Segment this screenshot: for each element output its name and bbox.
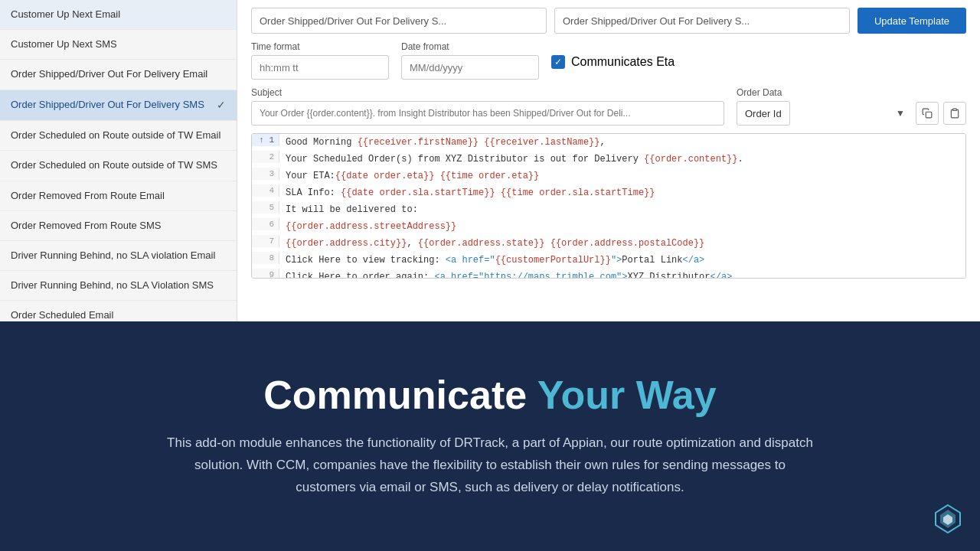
subject-input[interactable] <box>251 101 724 126</box>
subject-group: Subject <box>251 87 724 126</box>
appian-logo <box>931 502 965 539</box>
sidebar-item-label: Customer Up Next SMS <box>11 37 117 51</box>
line-content: SLA Info: {{date order.sla.startTime}} {… <box>279 184 662 201</box>
line-number: 8 <box>252 252 279 264</box>
time-format-group: Time format <box>251 41 389 80</box>
code-line: 5It will be delivered to: <box>252 201 965 218</box>
sidebar-item-label: Driver Running Behind, no SLA Violation … <box>11 279 214 292</box>
code-line: 2Your Scheduled Order(s) from XYZ Distri… <box>252 151 965 168</box>
line-content: {{order.address.city}}, {{order.address.… <box>279 235 710 252</box>
sidebar-item-label: Order Shipped/Driver Out For Delivery Em… <box>11 67 207 81</box>
promo-title-highlight: Your Way <box>537 373 717 417</box>
line-content: Click Here to order again: <a href="http… <box>279 269 738 279</box>
sidebar-item-order-shipped-driver-out-email[interactable]: Order Shipped/Driver Out For Delivery Em… <box>0 60 237 90</box>
time-date-row: Time format Date fromat ✓ Communicates E… <box>251 41 966 80</box>
sidebar-item-label: Order Scheduled on Route outside of TW E… <box>11 129 220 142</box>
promo-body: This add-on module enhances the function… <box>165 432 815 499</box>
line-content: Good Morning {{receiver.firstName}} {{re… <box>279 134 612 151</box>
communicates-eta-row: ✓ Communicates Eta <box>551 55 675 69</box>
code-line: 4SLA Info: {{date order.sla.startTime}} … <box>252 184 965 201</box>
main-content: Update Template Time format Date fromat … <box>237 0 980 321</box>
sidebar-item-label: Order Scheduled Email <box>11 308 113 321</box>
svg-rect-1 <box>953 109 957 110</box>
communicates-eta-label: Communicates Eta <box>571 55 675 69</box>
line-number: 3 <box>252 168 279 180</box>
sidebar-item-label: Order Removed From Route SMS <box>11 219 162 233</box>
time-format-label: Time format <box>251 41 389 52</box>
line-content: Click Here to view tracking: <a href="{{… <box>279 252 710 269</box>
code-editor[interactable]: ↑ 1Good Morning {{receiver.firstName}} {… <box>251 133 966 279</box>
line-number: 6 <box>252 218 279 230</box>
top-bar: Update Template <box>251 8 966 34</box>
sidebar-item-label: Order Scheduled on Route outside of TW S… <box>11 158 217 172</box>
date-format-group: Date fromat <box>401 41 539 80</box>
sidebar-item-driver-running-behind-no-sla-email[interactable]: Driver Running Behind, no SLA violation … <box>0 241 237 271</box>
sidebar-item-customer-up-next-sms[interactable]: Customer Up Next SMS <box>0 30 237 60</box>
sidebar-item-order-scheduled-email[interactable]: Order Scheduled Email <box>0 301 237 321</box>
sidebar-item-driver-running-behind-no-sla-sms[interactable]: Driver Running Behind, no SLA Violation … <box>0 271 237 301</box>
subject-label: Subject <box>251 87 724 98</box>
sidebar-item-customer-up-next-email[interactable]: Customer Up Next Email <box>0 0 237 30</box>
order-data-select-wrapper: Order Id ▼ <box>737 101 911 126</box>
line-content: {{order.address.streetAddress}} <box>279 218 462 235</box>
sidebar-item-label: Order Removed From Route Email <box>11 189 165 203</box>
svg-rect-0 <box>926 112 932 118</box>
promo-title-normal: Communicate <box>263 373 537 417</box>
promo-title: Communicate Your Way <box>263 373 716 417</box>
line-number: 5 <box>252 201 279 214</box>
time-format-input[interactable] <box>251 55 389 80</box>
sidebar-item-label: Customer Up Next Email <box>11 8 120 21</box>
sidebar-item-order-removed-from-route-sms[interactable]: Order Removed From Route SMS <box>0 211 237 241</box>
communicates-eta-checkbox[interactable]: ✓ <box>551 55 565 69</box>
line-number: 9 <box>252 269 279 279</box>
checkmark-icon: ✓ <box>217 98 226 113</box>
line-content: Your ETA:{{date order.eta}} {{time order… <box>279 168 545 184</box>
sidebar-item-order-shipped-driver-out-sms[interactable]: Order Shipped/Driver Out For Delivery SM… <box>0 90 237 122</box>
sidebar-item-label: Driver Running Behind, no SLA violation … <box>11 249 215 262</box>
line-content: Your Scheduled Order(s) from XYZ Distrib… <box>279 151 750 168</box>
sidebar-item-label: Order Shipped/Driver Out For Delivery SM… <box>11 98 204 112</box>
order-data-label: Order Data <box>737 87 966 98</box>
code-line: 3Your ETA:{{date order.eta}} {{time orde… <box>252 168 965 184</box>
sidebar-item-order-scheduled-route-outside-tw-email[interactable]: Order Scheduled on Route outside of TW E… <box>0 121 237 151</box>
code-line: 9Click Here to order again: <a href="htt… <box>252 269 965 279</box>
order-data-select[interactable]: Order Id <box>737 101 790 126</box>
subject-row: Subject Order Data Order Id ▼ <box>251 87 966 126</box>
sidebar: Customer Up Next EmailCustomer Up Next S… <box>0 0 237 321</box>
line-number: 2 <box>252 151 279 163</box>
code-line: 8Click Here to view tracking: <a href="{… <box>252 252 965 269</box>
line-number: 7 <box>252 235 279 247</box>
line-content: It will be delivered to: <box>279 201 424 218</box>
template-name-input-2[interactable] <box>554 8 850 34</box>
date-format-label: Date fromat <box>401 41 539 52</box>
line-number: ↑ 1 <box>252 134 279 146</box>
date-format-input[interactable] <box>401 55 539 80</box>
update-template-button[interactable]: Update Template <box>858 8 966 34</box>
code-line: 6{{order.address.streetAddress}} <box>252 218 965 235</box>
code-line: 7{{order.address.city}}, {{order.address… <box>252 235 965 252</box>
chevron-down-icon: ▼ <box>896 108 905 119</box>
template-name-input[interactable] <box>251 8 547 34</box>
order-data-row: Order Id ▼ <box>737 101 966 126</box>
order-data-group: Order Data Order Id ▼ <box>737 87 966 126</box>
sidebar-item-order-scheduled-route-outside-tw-sms[interactable]: Order Scheduled on Route outside of TW S… <box>0 151 237 181</box>
sidebar-item-order-removed-from-route-email[interactable]: Order Removed From Route Email <box>0 181 237 211</box>
line-number: 4 <box>252 184 279 197</box>
copy-icon-button[interactable] <box>916 102 939 125</box>
code-line: ↑ 1Good Morning {{receiver.firstName}} {… <box>252 134 965 151</box>
promo-section: Communicate Your Way This add-on module … <box>0 321 980 551</box>
clipboard-icon-button[interactable] <box>943 102 966 125</box>
